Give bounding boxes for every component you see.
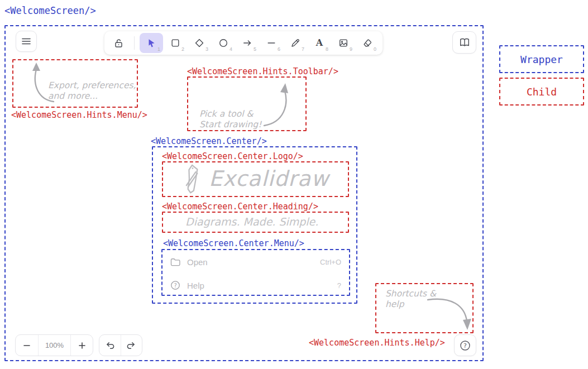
hamburger-icon xyxy=(22,38,31,45)
ellipse-icon xyxy=(218,38,228,48)
main-menu-button[interactable] xyxy=(16,31,37,52)
legend-wrapper-label: Wrapper xyxy=(520,54,563,65)
rectangle-icon xyxy=(170,38,180,48)
eraser-icon xyxy=(362,38,372,48)
image-icon xyxy=(338,38,348,48)
zoom-out-button[interactable] xyxy=(16,335,38,356)
tool-image[interactable]: 9 xyxy=(332,33,355,53)
hints-help-box: Shortcuts & help xyxy=(375,283,474,333)
zoom-reset-button[interactable]: 100% xyxy=(39,335,71,356)
minus-icon xyxy=(23,342,30,349)
welcome-center-logo: Excalidraw xyxy=(162,161,349,197)
question-icon: ? xyxy=(170,280,180,290)
tool-selection[interactable]: 1 xyxy=(140,33,163,53)
hint-arrow-down-icon xyxy=(424,293,472,332)
tool-ellipse[interactable]: 4 xyxy=(212,33,235,53)
legend-child-label: Child xyxy=(527,86,557,98)
library-button[interactable] xyxy=(452,31,476,54)
pencil-icon xyxy=(290,38,300,48)
tool-line[interactable]: 6 xyxy=(260,33,283,53)
center-logo-annotation-label: <WelcomeScreen.Center.Logo/> xyxy=(162,151,303,161)
welcome-center-heading: Diagrams. Made. Simple. xyxy=(162,212,349,233)
tool-arrow[interactable]: 5 xyxy=(236,33,259,53)
question-circle-icon: ? xyxy=(460,340,471,351)
toolbar: 1 2 3 4 xyxy=(104,31,383,55)
excalidraw-logo-icon xyxy=(182,164,203,195)
lock-toggle[interactable] xyxy=(108,33,129,53)
hint-toolbar-text: Pick a tool & Start drawing! xyxy=(199,109,261,131)
svg-text:?: ? xyxy=(174,282,176,289)
legend-child: Child xyxy=(499,78,584,106)
legend-wrapper: Wrapper xyxy=(499,45,584,73)
hints-help-annotation-label: <WelcomeScreen.Hints.Help/> xyxy=(309,338,445,348)
line-icon xyxy=(266,38,276,48)
redo-button[interactable] xyxy=(121,335,142,356)
hint-menu-text: Export, preferences, and more... xyxy=(48,80,136,102)
hints-toolbar-annotation-label: <WelcomeScreen.Hints.Toolbar/> xyxy=(187,66,338,76)
folder-icon xyxy=(170,258,180,266)
undo-button[interactable] xyxy=(99,335,121,356)
center-menu-annotation-label: <WelcomeScreen.Center.Menu/> xyxy=(163,238,304,248)
tool-draw[interactable]: 7 xyxy=(284,33,307,53)
tool-text[interactable]: A 8 xyxy=(308,33,331,53)
tool-eraser[interactable]: 0 xyxy=(356,33,379,53)
welcome-center-menu: Open Ctrl+O ? Help ? xyxy=(161,249,350,296)
lock-icon xyxy=(113,38,124,49)
toolbar-divider xyxy=(134,36,135,50)
hints-menu-box: Export, preferences, and more... xyxy=(12,59,138,108)
history-controls xyxy=(99,334,142,356)
arrow-icon xyxy=(242,38,252,48)
zoom-controls: 100% xyxy=(15,334,93,356)
svg-text:?: ? xyxy=(463,342,467,349)
center-heading-annotation-label: <WelcomeScreen.Center.Heading/> xyxy=(162,202,318,212)
hint-arrow-up-icon xyxy=(260,80,299,129)
hints-menu-annotation-label: <WelcomeScreen.Hints.Menu/> xyxy=(11,110,147,120)
help-button[interactable]: ? xyxy=(454,334,476,356)
root-annotation-label: <WelcomeScreen/> xyxy=(4,5,96,16)
center-annotation-label: <WelcomeScreen.Center/> xyxy=(151,136,267,146)
zoom-in-button[interactable] xyxy=(71,335,93,356)
undo-icon xyxy=(106,342,114,349)
hints-toolbar-box: Pick a tool & Start drawing! xyxy=(187,76,307,131)
tool-rectangle[interactable]: 2 xyxy=(164,33,187,53)
redo-icon xyxy=(127,342,136,349)
plus-icon xyxy=(79,342,85,349)
tool-diamond[interactable]: 3 xyxy=(188,33,211,53)
welcome-screen-docs-figure: <WelcomeScreen/> xyxy=(0,0,588,369)
menu-item-help[interactable]: ? Help ? xyxy=(164,276,348,295)
text-icon: A xyxy=(316,39,323,47)
diamond-icon xyxy=(194,38,204,48)
menu-item-open[interactable]: Open Ctrl+O xyxy=(164,252,348,271)
book-icon xyxy=(459,37,470,47)
selection-cursor-icon xyxy=(146,38,156,48)
excalidraw-logo-text: Excalidraw xyxy=(209,166,329,193)
